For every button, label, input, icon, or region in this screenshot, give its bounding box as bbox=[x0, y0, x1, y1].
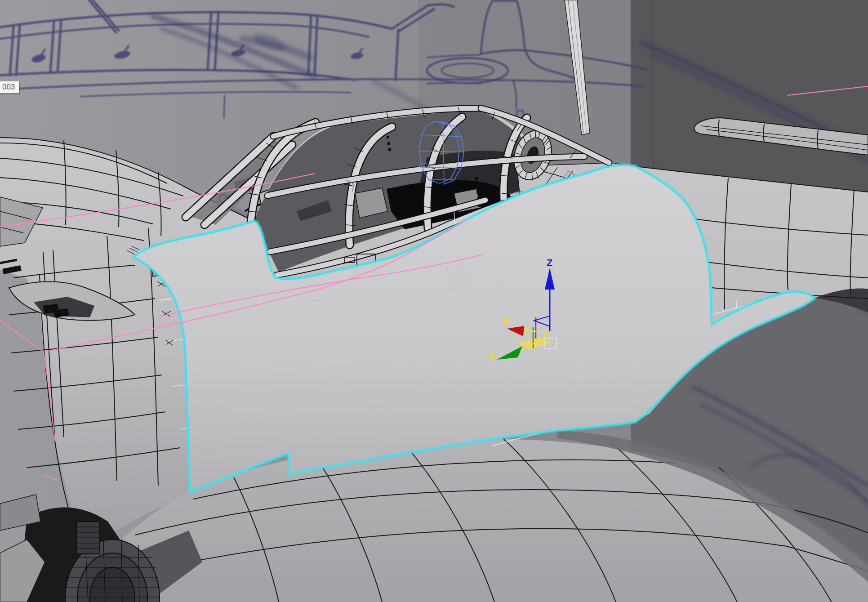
y-axis-label: Y bbox=[489, 352, 495, 362]
z-axis-label: Z bbox=[547, 257, 552, 268]
x-axis-label: X bbox=[503, 316, 509, 326]
viewport-canvas[interactable]: Z X Y 003 bbox=[0, 0, 868, 602]
object-name-tooltip: 003 bbox=[0, 81, 19, 94]
